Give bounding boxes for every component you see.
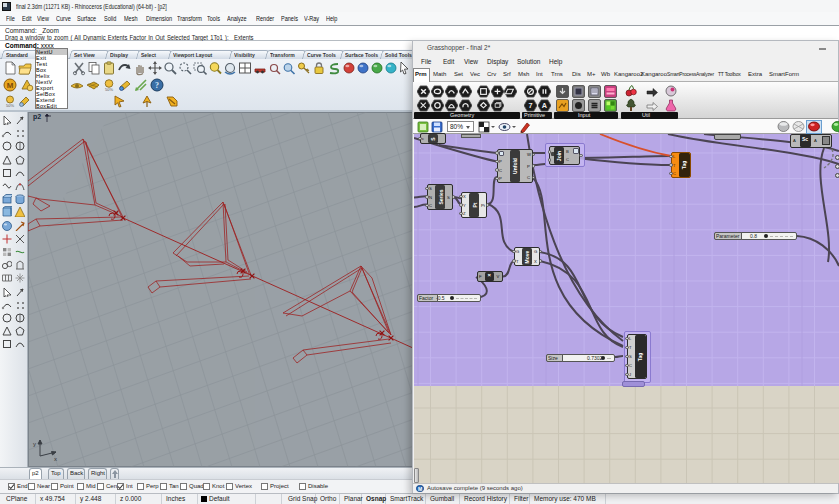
svg-text:50%: 50%: [6, 103, 14, 108]
svg-text:x: x: [54, 456, 57, 462]
svg-text:?: ?: [155, 81, 159, 90]
svg-text:7: 7: [528, 101, 532, 110]
svg-text:M: M: [7, 81, 14, 90]
svg-text:50%: 50%: [105, 87, 113, 92]
svg-text:y: y: [33, 441, 36, 447]
svg-text:A: A: [542, 101, 548, 110]
